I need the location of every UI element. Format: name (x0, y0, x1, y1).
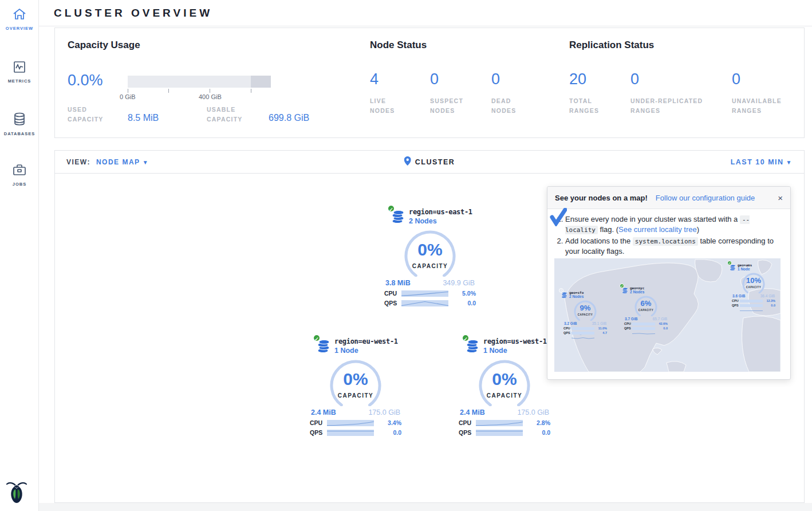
qps-sparkline (327, 430, 374, 436)
qps-row: QPS 0.0 (459, 429, 550, 436)
qps-value: 0.0 (771, 304, 775, 307)
cpu-value: 42.6% (659, 322, 668, 325)
region-nodes-link[interactable]: 2 Nodes (409, 217, 472, 225)
cpu-label: CPU (384, 290, 401, 297)
under-replicated-value: 0 (630, 72, 703, 87)
cpu-sparkline (401, 290, 448, 297)
usable-capacity-label: USABLE CAPACITY (207, 105, 243, 124)
capacity-gauge: 9% CAPACITY (571, 300, 599, 321)
under-replicated-stat: 0 UNDER-REPLICATED RANGES (630, 72, 703, 116)
usable-capacity-value: 699.8 GiB (269, 113, 309, 123)
status-ok-icon: ✓ (313, 334, 321, 342)
cluster-summary-card: Capacity Usage 0.0% 0 GiB 400 GiB USED C… (54, 27, 805, 138)
cpu-sparkline (327, 420, 374, 426)
capacity-usage-bar (128, 76, 271, 88)
status-ok-icon: ✓ (620, 284, 624, 288)
setup-step-1: Ensure every node in your cluster was st… (565, 214, 782, 235)
region-header: ✓ region=us-east-1 2 Nodes (391, 208, 483, 225)
qps-label: QPS (310, 429, 327, 436)
configuration-guide-link[interactable]: Follow our configuration guide (656, 194, 755, 202)
region-locality: geo=nyc (630, 286, 644, 290)
step-done-check-icon (550, 208, 567, 229)
mini-region-ams: ✓ geo=ams 1 Node 10% CAPACITY 3.6 GiB 36… (726, 263, 781, 307)
locality-tree-link[interactable]: See current locality tree (618, 225, 697, 234)
qps-label: QPS (732, 304, 740, 307)
home-icon (13, 13, 26, 22)
suspect-nodes-value: 0 (430, 72, 463, 87)
qps-row: QPS 0.0 (310, 429, 401, 436)
qps-value: 0.0 (663, 327, 668, 330)
chevron-down-icon: ▼ (786, 159, 793, 166)
capacity-values: 2.4 MiB 175.0 GiB (311, 408, 400, 416)
popup-header: See your nodes on a map! Follow our conf… (547, 187, 790, 209)
status-warn-icon: ! (559, 288, 563, 293)
dead-nodes-stat: 0 DEAD NODES (491, 72, 516, 116)
cpu-value: 11.0% (598, 327, 607, 330)
replication-status-title: Replication Status (569, 40, 654, 51)
qps-label: QPS (459, 429, 476, 436)
capacity-used-percent: 0.0% (68, 72, 103, 89)
total-capacity: 36.4 GiB (760, 294, 775, 298)
region-nodes-link[interactable]: 1 Node (334, 347, 398, 355)
system-locations-code: system.locations (633, 237, 698, 246)
status-ok-icon: ✓ (462, 334, 470, 342)
db-stack-icon: ✓ (391, 208, 405, 224)
sidebar-item-label: METRICS (0, 78, 39, 84)
capacity-tick-0: 0 GiB (120, 93, 136, 100)
status-ok-icon: ✓ (727, 261, 732, 265)
qps-sparkline (632, 327, 655, 330)
cockroachdb-logo (6, 480, 27, 506)
qps-label: QPS (384, 300, 401, 306)
cpu-value: 2.8% (537, 419, 550, 426)
gauge-percent: 0% (399, 240, 462, 260)
suspect-nodes-stat: 0 SUSPECT NODES (430, 72, 463, 116)
sidebar-item-label: DATABASES (0, 131, 39, 136)
sidebar-item-databases[interactable]: DATABASES (0, 104, 39, 142)
gauge-capacity-label: CAPACITY (632, 309, 660, 312)
sidebar-item-metrics[interactable]: METRICS (0, 53, 39, 89)
cpu-sparkline (571, 327, 594, 330)
region-locality: region=us-east-1 (409, 208, 472, 216)
sidebar-item-label: OVERVIEW (0, 26, 39, 31)
database-icon (13, 118, 26, 128)
mini-region-nyc: ✓ geo=nyc 2 Nodes 6% CAPACITY 3.7 GiB 65… (618, 286, 673, 330)
suspect-nodes-label: SUSPECT NODES (430, 96, 463, 116)
db-stack-icon: ✓ (622, 286, 628, 293)
total-ranges-label: TOTAL RANGES (569, 96, 599, 116)
region-nodes: 1 Node (738, 267, 752, 271)
node-status-title: Node Status (370, 40, 427, 51)
capacity-values: 2.4 MiB 175.0 GiB (460, 408, 549, 416)
sidebar-item-jobs[interactable]: JOBS (0, 156, 39, 192)
capacity-tick-400: 400 GiB (199, 93, 222, 100)
gauge-percent: 9% (571, 304, 599, 312)
time-range-selector[interactable]: LAST 10 MIN▼ (731, 158, 793, 166)
cpu-row: CPU 2.8% (459, 419, 550, 426)
region-group-us-west-1[interactable]: ✓ region=us-west-1 1 Node 0% CAPACITY 2.… (452, 337, 557, 436)
total-capacity: 65.7 GiB (653, 317, 667, 321)
gauge-capacity-label: CAPACITY (740, 286, 767, 289)
qps-sparkline (476, 430, 523, 436)
region-locality: geo=sfo (569, 290, 584, 294)
region-nodes-link[interactable]: 1 Node (483, 347, 547, 355)
sidebar-item-overview[interactable]: OVERVIEW (0, 0, 39, 37)
chevron-down-icon: ▼ (143, 159, 149, 166)
map-pin-icon (404, 156, 411, 167)
capacity-gauge: 6% CAPACITY (632, 295, 660, 316)
page-footer-strip (39, 503, 812, 511)
close-icon[interactable]: × (778, 193, 783, 203)
used-capacity: 3.7 GiB (625, 317, 637, 321)
setup-step-2: Add locations to the system.locations ta… (565, 236, 782, 257)
cpu-sparkline (632, 323, 655, 325)
example-node-map-image: ! geo=sfo 2 Nodes 9% CAPACITY 3.2 GiB 35… (554, 258, 781, 372)
cpu-value: 12.3% (766, 299, 775, 302)
qps-value: 4.7 (602, 331, 607, 335)
view-selector[interactable]: NODE MAP▼ (96, 158, 149, 166)
db-stack-icon: ✓ (466, 337, 479, 353)
cpu-label: CPU (732, 299, 740, 302)
cpu-row: CPU 3.4% (310, 419, 401, 426)
cpu-sparkline (740, 300, 763, 302)
region-group-us-east-1[interactable]: ✓ region=us-east-1 2 Nodes 0% CAPACITY 3… (377, 208, 483, 306)
qps-sparkline (571, 332, 594, 335)
region-group-eu-west-1[interactable]: ✓ region=eu-west-1 1 Node 0% CAPACITY 2.… (303, 337, 408, 436)
gauge-capacity-label: CAPACITY (399, 263, 462, 269)
